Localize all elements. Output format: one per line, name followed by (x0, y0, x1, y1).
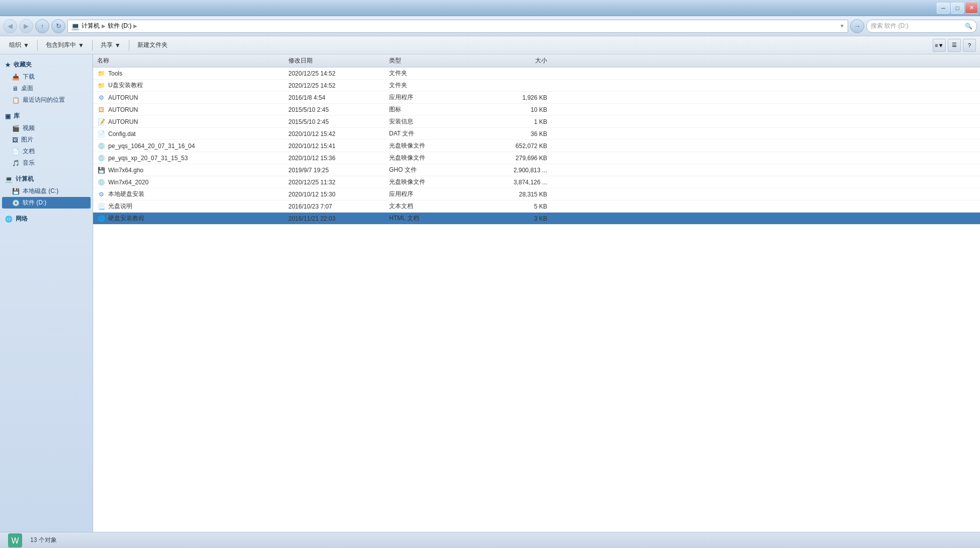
table-row[interactable]: 🖼 AUTORUN 2015/5/10 2:45 图标 10 KB (93, 104, 980, 116)
go-button[interactable]: → (850, 19, 864, 33)
file-size-cell: 2,900,813 ... (476, 167, 551, 174)
new-folder-button[interactable]: 新建文件夹 (132, 38, 173, 52)
file-name-text: Win7x64_2020 (108, 179, 148, 186)
table-row[interactable]: 💾 Win7x64.gho 2019/9/7 19:25 GHO 文件 2,90… (93, 164, 980, 176)
back-button[interactable]: ◀ (3, 19, 17, 33)
refresh-button[interactable]: ↻ (51, 19, 65, 33)
sidebar-item-videos[interactable]: 🎬 视频 (2, 122, 91, 134)
svg-text:W: W (11, 536, 19, 545)
col-header-type[interactable]: 类型 (385, 56, 476, 65)
file-type-cell: 光盘映像文件 (385, 154, 476, 162)
status-app-icon: W (6, 532, 24, 549)
table-row[interactable]: 📄 Config.dat 2020/10/12 15:42 DAT 文件 36 … (93, 128, 980, 140)
file-name-cell: ⚙ AUTORUN (93, 94, 284, 102)
details-view-button[interactable]: ☰ (948, 39, 961, 52)
file-name-cell: 💿 Win7x64_2020 (93, 178, 284, 186)
titlebar: ─ □ ✕ (0, 0, 980, 16)
toolbar: 组织 ▼ 包含到库中 ▼ 共享 ▼ 新建文件夹 ≡▼ ☰ ? (0, 36, 980, 54)
toolbar-sep2 (92, 40, 93, 51)
file-icon-exe: ⚙ (97, 190, 105, 198)
computer-title[interactable]: 💻 计算机 (2, 173, 91, 185)
breadcrumb-computer[interactable]: 计算机 (82, 22, 100, 30)
sidebar-item-downloads[interactable]: 📥 下载 (2, 71, 91, 83)
table-row[interactable]: ⚙ AUTORUN 2016/1/8 4:54 应用程序 1,926 KB (93, 92, 980, 104)
favorites-title[interactable]: ★ 收藏夹 (2, 58, 91, 71)
sidebar-item-desktop[interactable]: 🖥 桌面 (2, 83, 91, 94)
file-type-cell: 应用程序 (385, 190, 476, 198)
col-header-size[interactable]: 大小 (476, 56, 551, 65)
computer-nav-icon: 💻 (5, 176, 13, 183)
file-icon-ico: 🖼 (97, 106, 105, 114)
file-name-text: Config.dat (108, 130, 136, 138)
file-name-text: 光盘说明 (108, 202, 132, 211)
file-icon-iso: 💿 (97, 178, 105, 186)
sidebar-item-docs[interactable]: 📄 文档 (2, 146, 91, 157)
titlebar-buttons: ─ □ ✕ (937, 3, 978, 14)
desktop-label: 桌面 (21, 84, 33, 93)
table-row[interactable]: 💿 Win7x64_2020 2020/12/25 11:32 光盘映像文件 3… (93, 176, 980, 188)
sidebar-item-software-d[interactable]: 💿 软件 (D:) (2, 197, 91, 209)
file-date-cell: 2016/11/21 22:03 (284, 215, 385, 222)
file-date-cell: 2020/10/12 15:36 (284, 155, 385, 162)
sidebar-item-local-c[interactable]: 💾 本地磁盘 (C:) (2, 185, 91, 197)
file-date-cell: 2019/9/7 19:25 (284, 167, 385, 174)
table-row[interactable]: 📁 Tools 2020/12/25 14:52 文件夹 (93, 67, 980, 80)
library-title[interactable]: ▣ 库 (2, 110, 91, 122)
col-header-name[interactable]: 名称 (93, 56, 284, 65)
table-row[interactable]: 📁 U盘安装教程 2020/12/25 14:52 文件夹 (93, 80, 980, 92)
file-icon-gho: 💾 (97, 166, 105, 174)
library-icon: ▣ (5, 113, 11, 120)
file-icon-iso: 💿 (97, 142, 105, 150)
file-size-cell: 3,874,126 ... (476, 179, 551, 186)
file-type-cell: GHO 文件 (385, 166, 476, 174)
share-dropdown-icon: ▼ (115, 42, 121, 49)
breadcrumb-drive[interactable]: 软件 (D:) (108, 22, 131, 30)
table-row[interactable]: 💿 pe_yqs_1064_20_07_31_16_04 2020/10/12 … (93, 140, 980, 152)
table-row[interactable]: 💿 pe_yqs_xp_20_07_31_15_53 2020/10/12 15… (93, 152, 980, 164)
sidebar-item-pictures[interactable]: 🖼 图片 (2, 134, 91, 146)
file-date-cell: 2016/10/23 7:07 (284, 203, 385, 210)
col-header-date[interactable]: 修改日期 (284, 56, 385, 65)
search-icon[interactable]: 🔍 (965, 23, 972, 30)
file-name-cell: ⚙ 本地硬盘安装 (93, 190, 284, 198)
file-name-cell: 📄 Config.dat (93, 130, 284, 138)
file-date-cell: 2020/12/25 14:52 (284, 82, 385, 89)
network-title[interactable]: 🌐 网络 (2, 213, 91, 225)
table-row[interactable]: 📃 光盘说明 2016/10/23 7:07 文本文档 5 KB (93, 200, 980, 213)
search-bar[interactable]: 搜索 软件 (D:) 🔍 (866, 20, 977, 33)
breadcrumb-sep2: ▶ (133, 23, 137, 29)
table-row[interactable]: ⚙ 本地硬盘安装 2020/10/12 15:30 应用程序 28,315 KB (93, 188, 980, 200)
help-button[interactable]: ? (963, 39, 976, 52)
new-folder-label: 新建文件夹 (137, 41, 168, 49)
docs-label: 文档 (23, 147, 35, 156)
desktop-icon: 🖥 (12, 85, 18, 92)
close-button[interactable]: ✕ (965, 3, 978, 14)
sidebar-item-music[interactable]: 🎵 音乐 (2, 157, 91, 169)
sidebar-item-recent[interactable]: 📋 最近访问的位置 (2, 94, 91, 106)
file-name-cell: 📃 光盘说明 (93, 202, 284, 211)
table-row[interactable]: 🌐 硬盘安装教程 2016/11/21 22:03 HTML 文档 3 KB (93, 213, 980, 225)
up-button[interactable]: ↑ (35, 19, 49, 33)
share-button[interactable]: 共享 ▼ (96, 38, 126, 52)
view-options-button[interactable]: ≡▼ (933, 39, 946, 52)
network-section: 🌐 网络 (2, 213, 91, 225)
toolbar-right: ≡▼ ☰ ? (933, 39, 976, 52)
file-date-cell: 2020/12/25 14:52 (284, 70, 385, 77)
organize-button[interactable]: 组织 ▼ (4, 38, 34, 52)
minimize-button[interactable]: ─ (937, 3, 950, 14)
statusbar: W 13 个对象 (0, 532, 980, 548)
include-library-button[interactable]: 包含到库中 ▼ (41, 38, 89, 52)
file-name-text: pe_yqs_1064_20_07_31_16_04 (108, 143, 195, 150)
file-icon-inf: 📝 (97, 118, 105, 126)
table-row[interactable]: 📝 AUTORUN 2015/5/10 2:45 安装信息 1 KB (93, 116, 980, 128)
breadcrumb-bar[interactable]: 💻 计算机 ▶ 软件 (D:) ▶ ▼ (67, 20, 848, 33)
file-name-cell: 🖼 AUTORUN (93, 106, 284, 114)
file-type-cell: 光盘映像文件 (385, 142, 476, 150)
file-area: 名称 修改日期 类型 大小 📁 Tools 2020/12/25 14:52 文… (93, 54, 980, 532)
file-date-cell: 2020/10/12 15:30 (284, 191, 385, 198)
forward-button[interactable]: ▶ (19, 19, 33, 33)
maximize-button[interactable]: □ (951, 3, 964, 14)
file-name-text: 本地硬盘安装 (108, 190, 144, 198)
breadcrumb-dropdown[interactable]: ▼ (840, 23, 845, 29)
file-icon-iso: 💿 (97, 154, 105, 162)
